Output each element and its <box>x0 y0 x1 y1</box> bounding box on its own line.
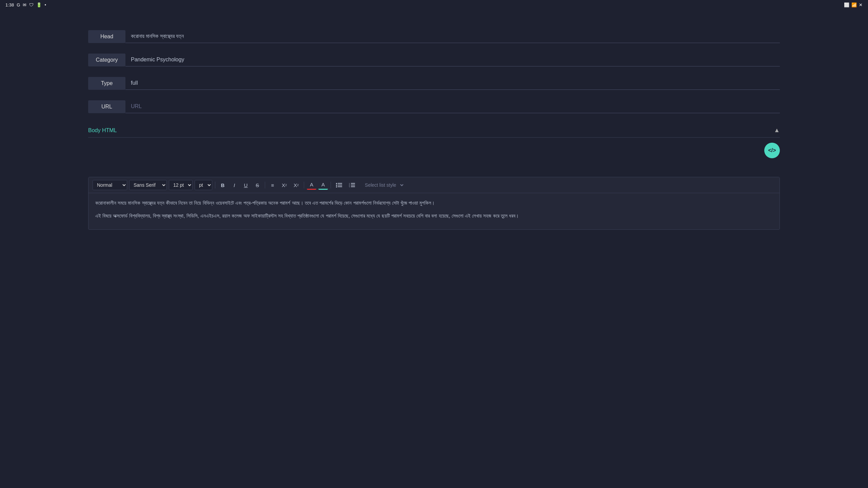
type-label: Type <box>88 77 125 90</box>
editor-content-area[interactable]: করোনাকালীন সময়ে মানসিক স্বাস্থ্যের যত্ন… <box>88 193 780 229</box>
main-content: Head Category Type URL Body HTML ▲ </> <box>0 9 868 243</box>
svg-rect-1 <box>338 183 342 184</box>
url-label: URL <box>88 100 125 113</box>
list-style-select[interactable]: Select list style <box>361 180 405 190</box>
gmail-icon: ✉ <box>23 2 26 7</box>
type-input[interactable] <box>125 77 780 90</box>
signal-icon: ✕ <box>859 2 863 7</box>
svg-rect-11 <box>351 186 355 187</box>
toolbar-separator-2 <box>265 182 265 188</box>
svg-rect-4 <box>336 186 337 187</box>
shield-icon: 🛡 <box>29 2 34 7</box>
status-left: 1:38 G ✉ 🛡 🔋 • <box>5 2 46 7</box>
body-html-section: Body HTML ▲ </> Normal Heading 1 Heading… <box>88 123 780 230</box>
font-color-button[interactable]: A <box>307 180 316 190</box>
head-label: Head <box>88 30 125 43</box>
url-input[interactable] <box>125 100 780 113</box>
battery-icon: 🔋 <box>36 2 42 7</box>
type-field-row: Type <box>88 77 780 90</box>
align-center-button[interactable]: ≡ <box>268 180 277 190</box>
svg-rect-0 <box>336 183 337 184</box>
ordered-list-button[interactable]: 1. 2. 3. <box>347 180 357 190</box>
font-unit-select[interactable]: pt px <box>195 180 212 190</box>
editor-toolbar: Normal Heading 1 Heading 2 Heading 3 San… <box>88 177 780 193</box>
italic-button[interactable]: I <box>230 180 239 190</box>
toolbar-separator-1 <box>215 182 215 188</box>
status-bar: 1:38 G ✉ 🛡 🔋 • ⬜ 📶 ✕ <box>0 0 868 9</box>
svg-rect-5 <box>338 186 342 187</box>
font-size-select[interactable]: 12 pt 14 pt 16 pt 18 pt <box>169 180 193 190</box>
body-html-header: Body HTML ▲ <box>88 123 780 138</box>
head-field-row: Head <box>88 30 780 43</box>
code-toggle-container: </> <box>88 138 780 157</box>
google-icon: G <box>17 2 20 7</box>
superscript-button[interactable]: X2 <box>279 180 289 190</box>
font-family-select[interactable]: Sans Serif Serif Monospace <box>129 180 167 190</box>
svg-rect-3 <box>338 185 342 185</box>
category-field-row: Category <box>88 53 780 66</box>
rich-text-editor: Normal Heading 1 Heading 2 Heading 3 San… <box>88 177 780 230</box>
wifi-icon: 📶 <box>851 2 857 7</box>
head-input[interactable] <box>125 30 780 43</box>
window-icon: ⬜ <box>844 2 849 7</box>
code-toggle-button[interactable]: </> <box>764 143 780 158</box>
url-field-row: URL <box>88 100 780 113</box>
toolbar-separator-4 <box>331 182 331 188</box>
collapse-icon[interactable]: ▲ <box>774 127 780 134</box>
strikethrough-button[interactable]: S <box>253 180 262 190</box>
editor-paragraph-2: এই বিষয়ে অক্সফোর্ড বিশ্ববিদ্যালয়, বিশ্… <box>95 211 773 220</box>
svg-rect-7 <box>351 183 355 184</box>
highlight-button[interactable]: A <box>318 180 328 190</box>
time-display: 1:38 <box>5 2 14 7</box>
svg-rect-2 <box>336 185 337 186</box>
category-input[interactable] <box>125 53 780 66</box>
svg-text:3.: 3. <box>349 186 350 187</box>
underline-button[interactable]: U <box>241 180 251 190</box>
status-right: ⬜ 📶 ✕ <box>844 2 863 7</box>
body-html-label: Body HTML <box>88 127 117 134</box>
unordered-list-button[interactable] <box>334 180 344 190</box>
dot-icon: • <box>44 2 46 7</box>
paragraph-style-select[interactable]: Normal Heading 1 Heading 2 Heading 3 <box>93 180 127 190</box>
svg-rect-9 <box>351 185 355 185</box>
editor-paragraph-1: করোনাকালীন সময়ে মানসিক স্বাস্থ্যের যত্ন… <box>95 199 773 207</box>
category-label: Category <box>88 54 125 66</box>
bold-button[interactable]: B <box>218 180 228 190</box>
toolbar-separator-3 <box>304 182 304 188</box>
subscript-button[interactable]: X2 <box>291 180 301 190</box>
